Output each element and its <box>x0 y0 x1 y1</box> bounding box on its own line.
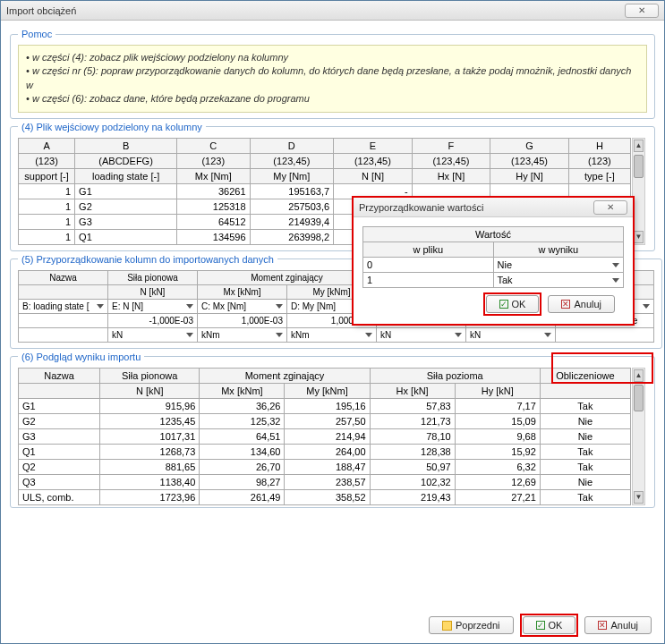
popup-ok-button[interactable]: ✓OK <box>486 295 540 313</box>
s4-h2-C: (123) <box>177 153 250 168</box>
table-row[interactable]: ULS, comb.1723,96261,49358,52219,4327,21… <box>19 489 631 504</box>
unit-my[interactable]: kNm <box>287 327 377 342</box>
chevron-down-icon <box>276 304 283 309</box>
chevron-down-icon <box>186 333 193 337</box>
chevron-down-icon <box>612 263 619 267</box>
preview-table: Nazwa Siła pionowa Moment zginający Siła… <box>18 368 631 505</box>
value-mapping-popup: Przyporządkowanie wartości ✕ Wartość w p… <box>353 197 634 325</box>
check-icon: ✓ <box>499 300 508 309</box>
s4-h2-A: (123) <box>19 153 75 168</box>
ok-button[interactable]: ✓OK <box>523 616 576 634</box>
help-box: • w części (4): zobacz plik wejściowy po… <box>18 45 647 113</box>
table-row[interactable]: Q11268,73134,60264,00128,3815,92Tak <box>19 444 631 459</box>
s4-h3-B: loading state [-] <box>75 168 177 183</box>
window-close-button[interactable]: ✕ <box>625 4 659 18</box>
cancel-button[interactable]: ✕Anuluj <box>584 616 652 634</box>
scroll-up-icon[interactable]: ▲ <box>634 369 644 382</box>
section-5-legend: (5) Przyporządkowanie kolumn do importow… <box>18 254 277 265</box>
cross-icon: ✕ <box>598 621 607 630</box>
help-section: Pomoc • w części (4): zobacz plik wejści… <box>10 29 655 119</box>
combo-result-1[interactable]: Tak <box>493 273 624 288</box>
section4-scrollbar[interactable]: ▲ ▼ <box>632 138 645 245</box>
titlebar: Import obciążeń ✕ <box>1 1 664 21</box>
chevron-down-icon <box>455 333 462 337</box>
popup-cancel-button[interactable]: ✕Anuluj <box>548 295 615 313</box>
table-row[interactable]: 0 Nie <box>363 258 624 273</box>
section6-scrollbar[interactable]: ▲ ▼ <box>632 368 645 505</box>
help-line-1: • w części (4): zobacz plik wejściowy po… <box>26 51 639 64</box>
unit-hx[interactable]: kN <box>377 327 466 342</box>
s4-h-E[interactable]: E <box>334 138 413 153</box>
s4-h2-H: (123) <box>568 153 630 168</box>
s4-h2-G: (123,45) <box>490 153 569 168</box>
s4-h-B[interactable]: B <box>75 138 177 153</box>
s4-h-A[interactable]: A <box>19 138 75 153</box>
help-line-3: • w części (6): zobacz dane, które będą … <box>26 92 639 106</box>
help-legend: Pomoc <box>18 29 55 39</box>
s4-h3-H: type [-] <box>568 168 630 183</box>
unit-mx[interactable]: kNm <box>198 327 287 342</box>
s4-h3-F: Hx [N] <box>412 168 490 183</box>
previous-icon <box>442 621 452 631</box>
chevron-down-icon <box>97 304 104 309</box>
table-row[interactable]: G31017,3164,51214,9478,109,68Nie <box>19 428 631 444</box>
chevron-down-icon <box>276 333 283 337</box>
table-row: kN kNm kNm kN kN <box>19 327 654 342</box>
s4-h-F[interactable]: F <box>412 138 490 153</box>
combo-n[interactable]: E: N [N] <box>108 299 198 313</box>
s4-h3-E: N [N] <box>334 168 413 183</box>
s4-h2-B: (ABCDEFG) <box>75 153 177 168</box>
s4-h2-D: (123,45) <box>250 153 334 168</box>
scroll-up-icon[interactable]: ▲ <box>634 140 644 152</box>
table-row[interactable]: Q31138,4098,27238,57102,3212,69Nie <box>19 474 631 489</box>
combo-result-0[interactable]: Nie <box>493 258 624 273</box>
s4-h3-G: Hy [N] <box>490 168 569 183</box>
check-icon: ✓ <box>536 621 545 630</box>
table-row[interactable]: 1 Tak <box>363 273 624 288</box>
s4-h3-A: support [-] <box>19 168 75 183</box>
popup-title: Przyporządkowanie wartości <box>359 202 593 213</box>
section-6: (6) Podgląd wyniku importu Nazwa Siła pi… <box>10 352 655 508</box>
help-line-2: • w części nr (5): popraw przyporządkowa… <box>26 64 639 92</box>
s4-h3-D: My [Nm] <box>250 168 334 183</box>
table-row[interactable]: Q2881,6526,70188,4750,976,32Tak <box>19 459 631 474</box>
s4-h3-C: Mx [Nm] <box>177 168 250 183</box>
chevron-down-icon <box>544 333 551 337</box>
s4-h2-E: (123,45) <box>334 153 413 168</box>
section-4-legend: (4) Plik wejściowy podzielony na kolumny <box>18 122 206 132</box>
s4-h-H[interactable]: H <box>568 138 630 153</box>
unit-n[interactable]: kN <box>108 327 198 342</box>
combo-name[interactable]: B: loading state [ <box>19 299 108 313</box>
popup-titlebar: Przyporządkowanie wartości ✕ <box>354 198 633 217</box>
window-title: Import obciążeń <box>6 5 625 16</box>
table-row[interactable]: G1915,9636,26195,1657,837,17Tak <box>19 398 631 413</box>
scroll-down-icon[interactable]: ▼ <box>634 231 644 243</box>
s4-h-D[interactable]: D <box>250 138 334 153</box>
section-6-legend: (6) Podgląd wyniku importu <box>18 352 144 362</box>
popup-close-button[interactable]: ✕ <box>593 200 627 215</box>
import-dialog: Import obciążeń ✕ Pomoc • w części (4): … <box>0 0 665 644</box>
scroll-down-icon[interactable]: ▼ <box>634 491 644 504</box>
unit-hy[interactable]: kN <box>466 327 556 342</box>
previous-button[interactable]: Poprzedni <box>429 616 514 634</box>
chevron-down-icon <box>612 278 619 283</box>
chevron-down-icon <box>186 304 193 309</box>
s4-h2-F: (123,45) <box>412 153 490 168</box>
cross-icon: ✕ <box>561 300 570 309</box>
chevron-down-icon <box>365 333 372 337</box>
s4-h-G[interactable]: G <box>490 138 569 153</box>
combo-mx[interactable]: C: Mx [Nm] <box>198 299 287 313</box>
table-row[interactable]: G21235,45125,32257,50121,7315,09Nie <box>19 413 631 428</box>
scroll-thumb[interactable] <box>634 155 644 178</box>
chevron-down-icon <box>643 304 650 309</box>
value-map-table: Wartość w pliku w wyniku 0 Nie 1 Tak <box>362 226 624 288</box>
scroll-thumb[interactable] <box>634 385 644 411</box>
s4-h-C[interactable]: C <box>177 138 250 153</box>
